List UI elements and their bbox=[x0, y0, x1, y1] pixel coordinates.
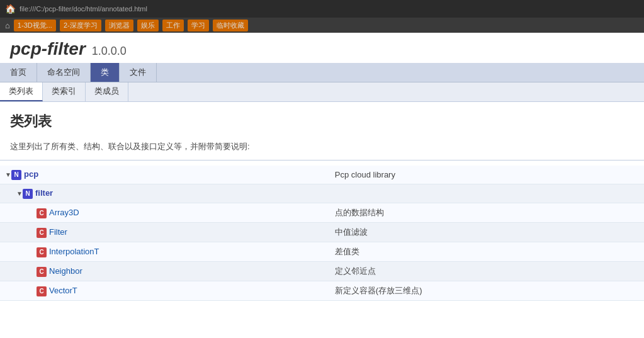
class-name-cell: CVectorT bbox=[0, 281, 325, 301]
desc-text: 新定义容器(存放三维点) bbox=[335, 286, 422, 295]
class-name-cell: ▼ Npcp bbox=[0, 166, 325, 184]
desc-text: 中值滤波 bbox=[335, 227, 368, 237]
class-badge: C bbox=[37, 247, 47, 257]
table-row: CArray3D点的数据结构 bbox=[0, 203, 644, 223]
namespace-name[interactable]: pcp bbox=[24, 169, 38, 179]
class-name-cell: ▼ Nfilter bbox=[0, 184, 325, 203]
table-row: ▼ NpcpPcp cloud library bbox=[0, 166, 644, 184]
table-row: ▼ Nfilter bbox=[0, 184, 644, 203]
class-desc-cell bbox=[325, 184, 644, 203]
class-desc-cell: 中值滤波 bbox=[325, 223, 644, 242]
table-row: CFilter中值滤波 bbox=[0, 223, 644, 242]
class-desc-cell: 定义邻近点 bbox=[325, 262, 644, 281]
bookmark-3[interactable]: 浏览器 bbox=[105, 20, 133, 31]
class-name[interactable]: Filter bbox=[49, 227, 67, 237]
class-badge: C bbox=[37, 208, 47, 218]
app-title-area: pcp-filter 1.0.0.0 bbox=[0, 33, 644, 63]
class-desc-cell: Pcp cloud library bbox=[325, 166, 644, 184]
namespace-name[interactable]: filter bbox=[35, 188, 53, 198]
table-row: CInterpolationT差值类 bbox=[0, 242, 644, 262]
bookmark-6[interactable]: 学习 bbox=[188, 20, 209, 31]
app-title: pcp-filter bbox=[10, 39, 86, 59]
class-badge: C bbox=[37, 267, 47, 277]
class-name-cell: CFilter bbox=[0, 223, 325, 242]
bookmark-1[interactable]: 1-3D视觉... bbox=[14, 20, 56, 31]
bookmark-4[interactable]: 娱乐 bbox=[137, 20, 159, 31]
app-version: 1.0.0.0 bbox=[92, 45, 127, 58]
sub-nav: 类列表 类索引 类成员 bbox=[0, 82, 644, 102]
bookmark-home-icon[interactable]: ⌂ bbox=[5, 21, 10, 30]
class-name[interactable]: InterpolationT bbox=[49, 247, 99, 256]
class-badge: C bbox=[37, 228, 47, 238]
desc-text: Pcp cloud library bbox=[335, 170, 395, 179]
bookmarks-bar: ⌂ 1-3D视觉... 2-深度学习 浏览器 娱乐 工作 学习 临时收藏 bbox=[0, 18, 644, 33]
browser-toolbar: 🏠 file:///C:/pcp-filter/doc/html/annotat… bbox=[0, 0, 644, 18]
subnav-class-members[interactable]: 类成员 bbox=[86, 82, 128, 101]
class-name-cell: CNeighbor bbox=[0, 262, 325, 281]
class-badge: C bbox=[37, 286, 47, 296]
nav-home[interactable]: 首页 bbox=[0, 63, 37, 82]
class-name-cell: CArray3D bbox=[0, 203, 325, 223]
nav-classes[interactable]: 类 bbox=[91, 63, 120, 82]
class-list-container: ▼ NpcpPcp cloud library▼ NfilterCArray3D… bbox=[0, 161, 644, 306]
namespace-badge: N bbox=[11, 170, 21, 180]
page-description: 这里列出了所有类、结构、联合以及接口定义等，并附带简要说明: bbox=[0, 136, 644, 161]
table-row: CVectorT新定义容器(存放三维点) bbox=[0, 281, 644, 301]
url-bar: file:///C:/pcp-filter/doc/html/annotated… bbox=[20, 5, 147, 13]
class-name[interactable]: Neighbor bbox=[49, 266, 82, 276]
description-text: 这里列出了所有类、结构、联合以及接口定义等，并附带简要说明: bbox=[10, 142, 250, 151]
desc-text: 差值类 bbox=[335, 247, 359, 256]
class-desc-cell: 新定义容器(存放三维点) bbox=[325, 281, 644, 301]
page-title-area: 类列表 bbox=[0, 102, 644, 136]
subnav-class-list[interactable]: 类列表 bbox=[0, 82, 43, 101]
class-name[interactable]: Array3D bbox=[49, 208, 79, 217]
nav-files[interactable]: 文件 bbox=[120, 63, 157, 82]
nav-namespace[interactable]: 命名空间 bbox=[37, 63, 91, 82]
bookmark-2[interactable]: 2-深度学习 bbox=[60, 20, 101, 31]
expand-arrow-icon[interactable]: ▼ bbox=[5, 171, 11, 178]
class-table: ▼ NpcpPcp cloud library▼ NfilterCArray3D… bbox=[0, 166, 644, 301]
main-nav: 首页 命名空间 类 文件 bbox=[0, 63, 644, 82]
class-name-cell: CInterpolationT bbox=[0, 242, 325, 262]
desc-text: 定义邻近点 bbox=[335, 266, 376, 276]
table-row: CNeighbor定义邻近点 bbox=[0, 262, 644, 281]
home-icon[interactable]: 🏠 bbox=[5, 4, 16, 14]
expand-arrow-icon[interactable]: ▼ bbox=[16, 190, 23, 197]
subnav-class-index[interactable]: 类索引 bbox=[43, 82, 86, 101]
class-desc-cell: 差值类 bbox=[325, 242, 644, 262]
class-name[interactable]: VectorT bbox=[49, 286, 77, 295]
namespace-badge: N bbox=[23, 189, 33, 199]
page-title: 类列表 bbox=[10, 112, 634, 131]
class-desc-cell: 点的数据结构 bbox=[325, 203, 644, 223]
desc-text: 点的数据结构 bbox=[335, 208, 384, 217]
bookmark-7[interactable]: 临时收藏 bbox=[213, 20, 248, 31]
bookmark-5[interactable]: 工作 bbox=[162, 20, 184, 31]
